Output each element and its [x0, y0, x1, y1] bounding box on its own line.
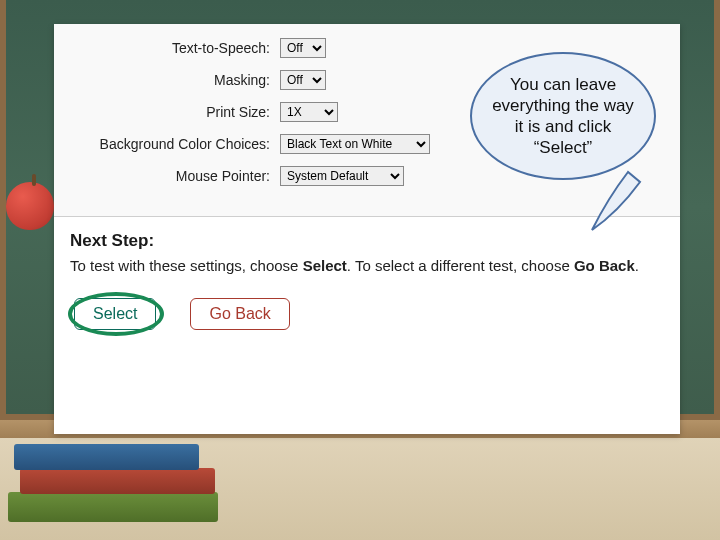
- label-mouse-pointer: Mouse Pointer:: [72, 168, 280, 184]
- next-step-heading: Next Step:: [70, 231, 664, 251]
- label-text-to-speech: Text-to-Speech:: [72, 40, 280, 56]
- instr-bold-select: Select: [303, 257, 347, 274]
- book-red: [20, 468, 215, 494]
- instr-text-2: . To select a different test, choose: [347, 257, 574, 274]
- label-masking: Masking:: [72, 72, 280, 88]
- book-blue: [14, 444, 199, 470]
- go-back-button[interactable]: Go Back: [190, 298, 289, 330]
- instr-bold-goback: Go Back: [574, 257, 635, 274]
- callout-text: You can leave everything the way it is a…: [490, 74, 636, 159]
- apple-icon: [6, 182, 54, 230]
- label-background-color: Background Color Choices:: [72, 136, 280, 152]
- select-background-color[interactable]: Black Text on White: [280, 134, 430, 154]
- select-masking[interactable]: Off: [280, 70, 326, 90]
- label-print-size: Print Size:: [72, 104, 280, 120]
- select-button[interactable]: Select: [74, 298, 156, 330]
- select-text-to-speech[interactable]: Off: [280, 38, 326, 58]
- action-button-row: Select Go Back: [70, 298, 664, 330]
- book-green: [8, 492, 218, 522]
- select-mouse-pointer[interactable]: System Default: [280, 166, 404, 186]
- settings-panel: Text-to-Speech: Off Masking: Off Print S…: [54, 24, 680, 434]
- instr-text-1: To test with these settings, choose: [70, 257, 303, 274]
- callout-speech-bubble: You can leave everything the way it is a…: [470, 52, 656, 180]
- book-stack: [0, 440, 220, 540]
- select-print-size[interactable]: 1X: [280, 102, 338, 122]
- next-step-section: Next Step: To test with these settings, …: [54, 217, 680, 346]
- select-button-wrap: Select: [74, 298, 156, 330]
- instr-text-3: .: [635, 257, 639, 274]
- next-step-instructions: To test with these settings, choose Sele…: [70, 257, 664, 274]
